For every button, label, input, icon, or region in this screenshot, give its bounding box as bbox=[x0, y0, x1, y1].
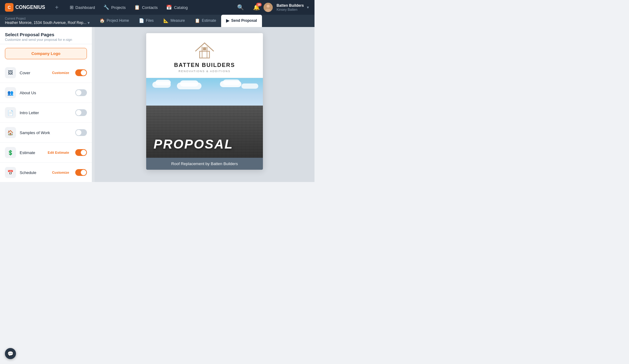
dashboard-icon: ⊞ bbox=[70, 5, 74, 10]
nav-item-contacts[interactable]: 📋 Contacts bbox=[131, 3, 161, 12]
sky-background bbox=[146, 78, 263, 106]
about-us-label: About Us bbox=[20, 91, 72, 95]
nav-items: ⊞ Dashboard 🔧 Projects 📋 Contacts 📅 Cata… bbox=[66, 3, 228, 12]
svg-rect-7 bbox=[203, 47, 205, 49]
panel-divider bbox=[92, 27, 95, 182]
estimate-action[interactable]: Edit Estimate bbox=[48, 151, 69, 154]
proposal-preview-card: BATTEN BUILDERS Renovations & Additions bbox=[146, 33, 263, 170]
project-home-icon: 🏠 bbox=[100, 18, 105, 23]
preview-logo-section: BATTEN BUILDERS Renovations & Additions bbox=[146, 33, 263, 78]
proposal-text-overlay: PROPOSAL bbox=[146, 131, 263, 158]
user-dropdown-icon: ▼ bbox=[306, 6, 310, 9]
about-us-toggle[interactable] bbox=[75, 89, 87, 96]
svg-rect-3 bbox=[200, 51, 209, 58]
nav-right: 🔔 28 Batten Builders Kinsey Batten ▼ bbox=[253, 3, 310, 12]
current-project-label: Current Project bbox=[5, 17, 88, 20]
preview-image-section: PROPOSAL bbox=[146, 78, 263, 158]
proposal-item-schedule: 📅 Schedule Customize bbox=[0, 163, 92, 182]
panel-title: Select Proposal Pages bbox=[5, 32, 87, 37]
schedule-icon: 📅 bbox=[5, 167, 16, 178]
project-selector[interactable]: Current Project Heather Monroe, 1534 Sou… bbox=[5, 17, 90, 25]
notifications-button[interactable]: 🔔 28 bbox=[253, 4, 260, 11]
nav-item-projects-label: Projects bbox=[111, 5, 126, 10]
nav-item-dashboard[interactable]: ⊞ Dashboard bbox=[66, 3, 99, 12]
estimate-icon: 📋 bbox=[195, 18, 200, 23]
project-dropdown-icon[interactable]: ▾ bbox=[88, 20, 90, 25]
projects-icon: 🔧 bbox=[104, 5, 109, 10]
proposal-item-samples: 🏠 Samples of Work bbox=[0, 123, 92, 143]
left-panel: Select Proposal Pages Customize and send… bbox=[0, 27, 92, 182]
cloud-4 bbox=[180, 80, 198, 87]
tab-send-proposal-label: Send Proposal bbox=[231, 18, 257, 23]
catalog-icon: 📅 bbox=[166, 5, 172, 10]
company-logo-button[interactable]: Company Logo bbox=[5, 48, 87, 59]
app-name: CONGENIUS bbox=[15, 5, 45, 10]
search-button[interactable]: 🔍 bbox=[235, 2, 246, 13]
about-us-icon: 👥 bbox=[5, 87, 16, 98]
schedule-toggle[interactable] bbox=[75, 169, 87, 176]
preview-company-tagline: Renovations & Additions bbox=[178, 70, 231, 73]
proposal-item-intro-letter: 📄 Intro Letter bbox=[0, 103, 92, 123]
proposal-items: 🖼 Cover Customize 👥 About Us 📄 Intro Let… bbox=[0, 63, 92, 182]
schedule-action[interactable]: Customize bbox=[52, 171, 69, 174]
schedule-label: Schedule bbox=[20, 170, 48, 175]
notification-badge: 28 bbox=[256, 3, 262, 6]
tab-estimate[interactable]: 📋 Estimate bbox=[190, 15, 221, 27]
svg-point-1 bbox=[267, 5, 270, 8]
user-name: Batten Builders bbox=[276, 3, 304, 8]
user-info[interactable]: Batten Builders Kinsey Batten ▼ bbox=[276, 3, 310, 11]
app-logo[interactable]: C CONGENIUS bbox=[5, 3, 45, 12]
avatar bbox=[264, 3, 273, 12]
project-bar: Current Project Heather Monroe, 1534 Sou… bbox=[0, 15, 314, 27]
nav-item-catalog-label: Catalog bbox=[174, 5, 188, 10]
add-button[interactable]: + bbox=[55, 4, 59, 11]
cloud-7 bbox=[241, 83, 258, 89]
svg-rect-4 bbox=[202, 51, 207, 58]
main-content: Select Proposal Pages Customize and send… bbox=[0, 27, 314, 182]
user-subtitle: Kinsey Batten bbox=[276, 8, 304, 11]
cover-icon: 🖼 bbox=[5, 67, 16, 78]
files-icon: 📄 bbox=[139, 18, 144, 23]
proposal-item-estimate: 💲 Estimate Edit Estimate bbox=[0, 143, 92, 163]
svg-rect-8 bbox=[205, 47, 206, 49]
preview-footer-text: Roof Replacement by Batten Builders bbox=[152, 161, 257, 166]
nav-item-projects[interactable]: 🔧 Projects bbox=[100, 3, 129, 12]
svg-rect-10 bbox=[205, 49, 206, 50]
preview-company-name: BATTEN BUILDERS bbox=[174, 62, 235, 68]
samples-toggle[interactable] bbox=[75, 129, 87, 136]
proposal-item-cover: 🖼 Cover Customize bbox=[0, 63, 92, 83]
intro-letter-label: Intro Letter bbox=[20, 110, 72, 115]
tab-project-home-label: Project Home bbox=[107, 18, 129, 23]
cloud-2 bbox=[155, 80, 171, 85]
preview-company-logo: BATTEN BUILDERS Renovations & Additions bbox=[156, 41, 253, 73]
top-navigation: C CONGENIUS + ⊞ Dashboard 🔧 Projects 📋 C… bbox=[0, 0, 314, 15]
estimate-list-label: Estimate bbox=[20, 150, 44, 155]
measure-icon: 📐 bbox=[163, 18, 169, 23]
tab-measure[interactable]: 📐 Measure bbox=[158, 15, 190, 27]
estimate-list-icon: 💲 bbox=[5, 147, 16, 158]
intro-letter-toggle[interactable] bbox=[75, 109, 87, 116]
nav-item-contacts-label: Contacts bbox=[142, 5, 158, 10]
estimate-toggle[interactable] bbox=[75, 149, 87, 156]
svg-rect-9 bbox=[203, 49, 205, 50]
samples-label: Samples of Work bbox=[20, 130, 72, 135]
tab-files[interactable]: 📄 Files bbox=[134, 15, 158, 27]
proposal-item-about-us: 👥 About Us bbox=[0, 83, 92, 103]
house-svg-icon bbox=[192, 41, 217, 59]
send-proposal-icon: ▶ bbox=[226, 18, 229, 23]
tab-project-home[interactable]: 🏠 Project Home bbox=[95, 15, 134, 27]
project-name: Heather Monroe, 1534 South Avenue, Roof … bbox=[5, 21, 86, 25]
tab-send-proposal[interactable]: ▶ Send Proposal bbox=[221, 15, 262, 27]
cover-toggle[interactable] bbox=[75, 69, 87, 76]
cloud-6 bbox=[223, 79, 240, 85]
cover-action[interactable]: Customize bbox=[52, 71, 69, 75]
intro-letter-icon: 📄 bbox=[5, 107, 16, 118]
preview-footer-bar: Roof Replacement by Batten Builders bbox=[146, 158, 263, 170]
contacts-icon: 📋 bbox=[134, 5, 140, 10]
right-preview: BATTEN BUILDERS Renovations & Additions bbox=[95, 27, 314, 182]
nav-item-catalog[interactable]: 📅 Catalog bbox=[162, 3, 191, 12]
samples-icon: 🏠 bbox=[5, 127, 16, 138]
tab-files-label: Files bbox=[146, 18, 154, 23]
proposal-big-text: PROPOSAL bbox=[154, 137, 233, 152]
tab-estimate-label: Estimate bbox=[202, 18, 216, 23]
